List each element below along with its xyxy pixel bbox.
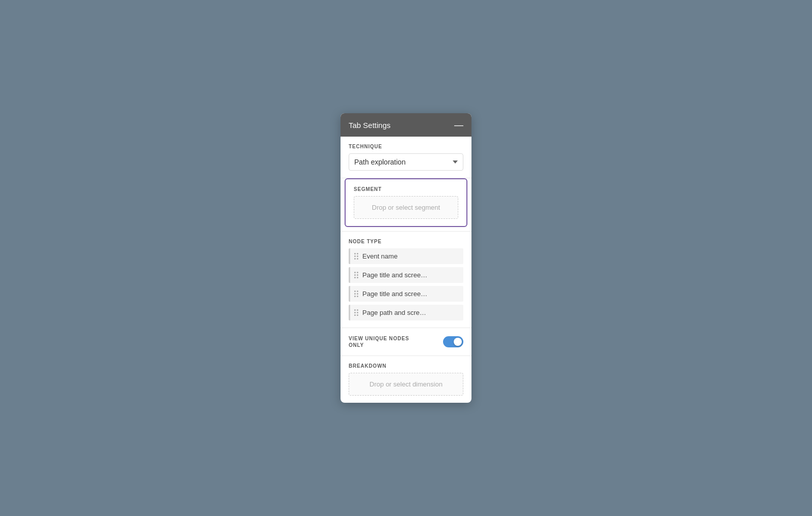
drag-handle-icon [354, 291, 358, 297]
breakdown-drop-placeholder: Drop or select dimension [369, 380, 443, 388]
drag-handle-icon [354, 309, 358, 316]
panel-header: Tab Settings — [341, 113, 471, 137]
view-unique-nodes-section: VIEW UNIQUE NODES ONLY [341, 328, 471, 356]
technique-section: TECHNIQUE Path exploration [341, 137, 471, 178]
node-type-section: NODE TYPE Event name [341, 231, 471, 328]
node-item[interactable]: Page path and scre… [349, 305, 463, 320]
minimize-button[interactable]: — [454, 120, 463, 130]
toggle-thumb [454, 338, 462, 346]
drag-handle-icon [354, 253, 358, 260]
node-item[interactable]: Page title and scree… [349, 267, 463, 283]
node-item-text: Page title and scree… [362, 271, 427, 279]
segment-drop-area[interactable]: Drop or select segment [354, 196, 458, 219]
node-item-text: Event name [362, 252, 397, 260]
drag-handle-icon [354, 272, 358, 278]
view-unique-nodes-label: VIEW UNIQUE NODES ONLY [349, 335, 425, 348]
technique-selected-value: Path exploration [354, 158, 405, 166]
tab-settings-panel: Tab Settings — TECHNIQUE Path exploratio… [341, 113, 471, 403]
breakdown-section: BREAKDOWN Drop or select dimension [341, 356, 471, 403]
node-item[interactable]: Page title and scree… [349, 286, 463, 302]
breakdown-drop-area[interactable]: Drop or select dimension [349, 373, 463, 396]
node-item[interactable]: Event name [349, 248, 463, 264]
segment-label: SEGMENT [354, 186, 458, 192]
technique-dropdown[interactable]: Path exploration [349, 153, 463, 171]
segment-drop-placeholder: Drop or select segment [372, 204, 440, 211]
node-type-label: NODE TYPE [349, 239, 463, 244]
breakdown-label: BREAKDOWN [349, 363, 463, 369]
view-unique-nodes-toggle[interactable] [443, 336, 463, 347]
segment-section: SEGMENT Drop or select segment [345, 178, 467, 227]
panel-title: Tab Settings [349, 121, 391, 130]
chevron-down-icon [453, 160, 458, 164]
node-item-text: Page title and scree… [362, 290, 427, 298]
node-item-text: Page path and scre… [362, 309, 426, 316]
technique-label: TECHNIQUE [349, 144, 463, 149]
